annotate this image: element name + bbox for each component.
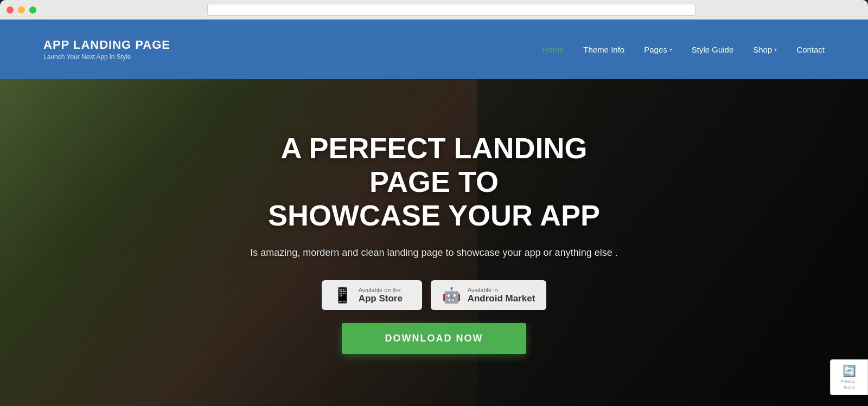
- hero-title: A PERFECT LANDING PAGE TO SHOWCASE YOUR …: [241, 131, 627, 232]
- logo-subtitle: Launch Your Next App in Style: [43, 53, 170, 61]
- android-icon: 🤖: [442, 286, 461, 304]
- site-logo: APP LANDING PAGE Launch Your Next App in…: [43, 38, 170, 61]
- app-store-button[interactable]: 📱 Available on the App Store: [322, 280, 422, 310]
- browser-content: APP LANDING PAGE Launch Your Next App in…: [0, 20, 868, 406]
- download-now-button[interactable]: DOWNLOAD NOW: [342, 323, 527, 354]
- site-nav: Home Theme Info Pages ▾ Style Guide Shop…: [542, 45, 825, 54]
- site-header: APP LANDING PAGE Launch Your Next App in…: [0, 20, 868, 79]
- hero-content: A PERFECT LANDING PAGE TO SHOWCASE YOUR …: [231, 120, 637, 365]
- hero-section: A PERFECT LANDING PAGE TO SHOWCASE YOUR …: [0, 79, 868, 406]
- store-buttons: 📱 Available on the App Store 🤖 Available…: [241, 280, 627, 310]
- nav-item-theme-info[interactable]: Theme Info: [583, 45, 624, 54]
- recaptcha-icon: 🔄: [843, 364, 856, 377]
- close-button[interactable]: [7, 7, 14, 14]
- nav-item-shop[interactable]: Shop ▾: [753, 45, 777, 54]
- maximize-button[interactable]: [29, 7, 36, 14]
- recaptcha-badge: 🔄 Privacy - Terms: [830, 359, 868, 395]
- window-chrome: [0, 0, 868, 20]
- nav-item-home[interactable]: Home: [542, 45, 564, 54]
- apple-icon: 📱: [333, 286, 352, 304]
- minimize-button[interactable]: [18, 7, 25, 14]
- logo-title: APP LANDING PAGE: [43, 38, 170, 52]
- nav-item-pages[interactable]: Pages ▾: [644, 45, 672, 54]
- android-store-text: Available in Android Market: [468, 287, 535, 304]
- nav-item-contact[interactable]: Contact: [796, 45, 825, 54]
- hero-description: Is amazing, mordern and clean landing pa…: [241, 245, 627, 261]
- chevron-down-icon-shop: ▾: [774, 47, 777, 53]
- url-bar[interactable]: [207, 4, 695, 16]
- chevron-down-icon: ▾: [669, 47, 672, 53]
- app-store-text: Available on the App Store: [359, 287, 403, 304]
- android-market-button[interactable]: 🤖 Available in Android Market: [431, 280, 547, 310]
- nav-item-style-guide[interactable]: Style Guide: [692, 45, 734, 54]
